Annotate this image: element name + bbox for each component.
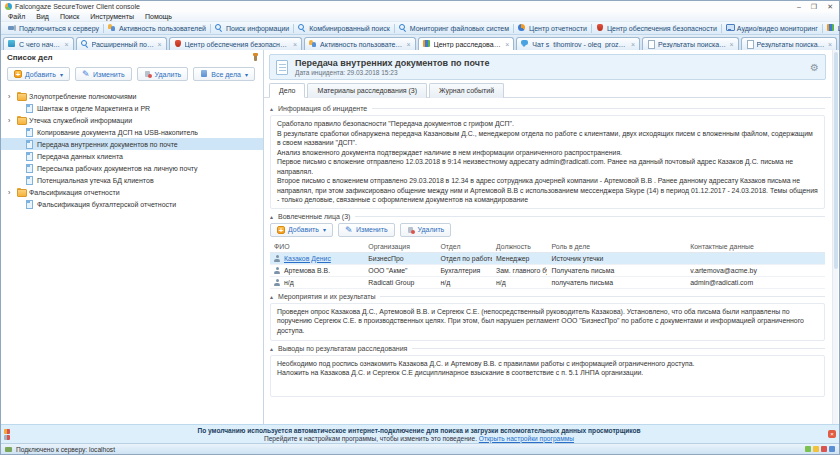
add-person-button[interactable]: Добавить <box>270 223 333 237</box>
close-icon[interactable] <box>293 41 297 48</box>
case-icon <box>25 104 33 112</box>
col-role[interactable]: Роль в деле <box>547 241 686 253</box>
tree-case-mail-transfer[interactable]: Передача внутренних документов по почте <box>1 138 263 150</box>
tree-case-usb-copy[interactable]: Копирование документа ДСП на USB-накопит… <box>1 126 263 138</box>
search-results-icon <box>746 40 754 48</box>
menu-search[interactable]: Поиск <box>60 13 79 20</box>
close-icon[interactable] <box>64 41 68 48</box>
tab-chat[interactable]: Чат s_tihomirov - oleg_prozorov <box>516 37 640 50</box>
tree-folder-falsification[interactable]: Фальсификация отчетности <box>1 186 263 198</box>
toolbar-report-center[interactable]: Центр отчетности <box>514 24 591 32</box>
collapse-icon[interactable] <box>270 213 273 220</box>
pen-icon <box>82 70 90 78</box>
pin-icon[interactable] <box>254 54 257 61</box>
tab-search-results-2[interactable]: Результаты поиска (2) <box>642 37 738 50</box>
search-icon <box>215 24 223 32</box>
case-icon <box>25 200 33 208</box>
app-logo-icon <box>5 3 12 10</box>
vertical-scrollbar[interactable] <box>832 50 838 424</box>
table-row[interactable]: Артемова В.В. ООО "Акме" Бухгалтерия Зам… <box>270 264 825 276</box>
close-notification-icon[interactable] <box>828 430 836 438</box>
gear-icon[interactable] <box>810 62 819 73</box>
tab-investigation-center[interactable]: Центр расследований <box>418 37 515 50</box>
minimize-icon[interactable]: – <box>797 3 801 11</box>
menu-view[interactable]: Вид <box>36 13 49 20</box>
col-org[interactable]: Организация <box>364 241 436 253</box>
close-icon[interactable] <box>406 41 410 48</box>
tab-search-results-3[interactable]: Результаты поиска (3) <box>741 37 837 50</box>
tab-advanced-search[interactable]: Расширенный поиск <box>76 37 167 50</box>
collapse-icon[interactable] <box>270 293 273 300</box>
tree-case-blackmail[interactable]: Шантаж в отделе Маркетинга и PR <box>1 102 263 114</box>
close-icon[interactable] <box>157 41 161 48</box>
collapse-icon[interactable] <box>270 345 273 352</box>
menu-file[interactable]: Файл <box>8 13 25 20</box>
tab-getting-started[interactable]: С чего начать <box>3 37 74 50</box>
all-cases-button[interactable]: Все дела <box>193 67 255 81</box>
toolbar-av-monitoring[interactable]: Аудио/видео мониторинг <box>722 24 822 32</box>
reports-icon <box>518 24 526 32</box>
section-actions-title: Мероприятия и их результаты <box>278 293 375 300</box>
tree-case-personal-mail[interactable]: Пересылка рабочих документов на личную п… <box>1 162 263 174</box>
section-persons-header[interactable]: Вовлеченные лица (3) <box>270 213 825 220</box>
tree-case-accounting[interactable]: Фальсификация бухгалтерской отчетности <box>1 198 263 210</box>
delete-person-button[interactable]: Удалить <box>400 223 452 237</box>
collapse-icon[interactable] <box>270 105 273 112</box>
scrollbar-thumb[interactable] <box>834 52 838 269</box>
case-icon <box>25 140 33 148</box>
toolbar-security-center[interactable]: Центр обеспечения безопасности <box>592 24 721 32</box>
add-case-button[interactable]: Добавить <box>7 67 70 81</box>
connection-status: Подключено к серверу: localhost <box>16 446 115 453</box>
close-icon[interactable] <box>828 41 832 48</box>
toolbar-connect-server[interactable]: Подключиться к серверу <box>4 24 103 32</box>
col-dept[interactable]: Отдел <box>436 241 492 253</box>
tab-security-center[interactable]: Центр обеспечения безопасности <box>169 37 303 50</box>
case-icon <box>25 176 33 184</box>
maximize-icon[interactable]: ❐ <box>811 3 817 11</box>
edit-case-button[interactable]: Изменить <box>75 67 132 81</box>
close-icon[interactable] <box>631 41 635 48</box>
menu-help[interactable]: Помощь <box>145 13 172 20</box>
section-persons-title: Вовлеченные лица (3) <box>278 213 350 220</box>
tab-event-log[interactable]: Журнал событий <box>429 83 504 98</box>
section-actions-header[interactable]: Мероприятия и их результаты <box>270 293 825 300</box>
conclusions-text: Необходимо под роспись ознакомить Казако… <box>270 355 825 397</box>
case-icon <box>25 152 33 160</box>
menu-tools[interactable]: Инструменты <box>90 13 134 20</box>
col-contacts[interactable]: Контактные данные <box>686 241 825 253</box>
users-activity-icon <box>108 24 116 32</box>
tree-case-db-leak[interactable]: Потенциальная утечка БД клиентов <box>1 174 263 186</box>
tab-investigation-materials[interactable]: Материалы расследования (3) <box>307 83 427 98</box>
close-icon[interactable] <box>505 41 509 48</box>
close-window-icon[interactable]: ✕ <box>827 3 833 11</box>
table-row[interactable]: н/д Radicati Group н/д н/д получатель пи… <box>270 276 825 288</box>
tree-folder-leak[interactable]: Утечка служебной информации <box>1 114 263 126</box>
server-connection-icon <box>5 447 12 452</box>
tab-user-activity[interactable]: Активность пользователей <box>304 37 415 50</box>
col-fio[interactable]: ФИО <box>270 241 364 253</box>
section-conclusions-header[interactable]: Выводы по результатам расследования <box>270 345 825 352</box>
table-row[interactable]: Казаков Денис БизнесПро Отдел по работе … <box>270 252 825 264</box>
investigation-icon <box>423 40 431 48</box>
case-incident-date: Дата инцидента: 29.03.2018 15:23 <box>295 69 489 76</box>
toolbar-search-info[interactable]: Поиск информации <box>211 24 293 32</box>
tree-folder-abuse[interactable]: Злоупотребление полномочиями <box>1 90 263 102</box>
col-position[interactable]: Должность <box>492 241 548 253</box>
toolbar-file-monitoring[interactable]: Мониторинг файловых систем <box>395 24 513 32</box>
notification-bar: По умолчанию используется автоматическое… <box>1 424 839 443</box>
app-window: Falcongaze SecureTower Client console – … <box>0 0 840 455</box>
toolbar-investigation-center[interactable]: Центр расследований <box>823 24 840 32</box>
open-settings-link[interactable]: Открыть настройки программы <box>479 435 574 442</box>
toolbar-user-activity[interactable]: Активность пользователей <box>104 24 210 32</box>
toolbar-combined-search[interactable]: Комбинированный поиск <box>294 24 394 32</box>
case-icon <box>25 164 33 172</box>
folder-icon <box>17 92 25 100</box>
person-name-link[interactable]: Казаков Денис <box>284 255 331 262</box>
edit-person-button[interactable]: Изменить <box>338 223 395 237</box>
tab-case[interactable]: Дело <box>269 83 305 98</box>
tree-case-client-data[interactable]: Передача данных клиента <box>1 150 263 162</box>
close-icon[interactable] <box>729 41 733 48</box>
person-icon <box>274 267 280 274</box>
section-incident-header[interactable]: Информация об инциденте <box>270 105 825 112</box>
delete-case-button[interactable]: Удалить <box>137 67 189 81</box>
